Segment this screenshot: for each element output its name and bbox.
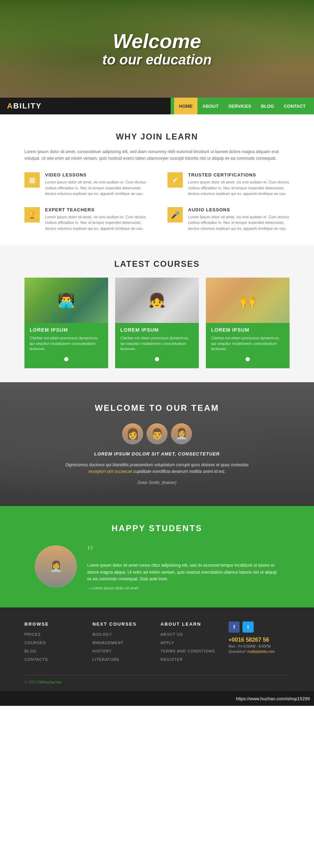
course-dot-3 [246,357,250,361]
why-title: WHY JOIN LEARN [24,132,290,142]
nav-home[interactable]: HOME [174,98,197,114]
course-image-3: 🙌 [206,278,290,323]
footer-about-learn: ABOUT LEARN ABOUT US APPLY TERMS AND CON… [160,621,222,664]
course-literature[interactable]: LITERATURE [92,657,120,662]
cert-icon: ✔ [167,172,183,188]
list-item: BLOG [24,648,85,654]
footer-browse-title: BROWSE [24,621,85,627]
footer: BROWSE PRICES COURSES BLOG CONTACTS NEXT… [0,607,314,691]
copyright-brand: CW/HuzhanYao [37,680,61,684]
feature-teachers: 🏆 EXPERT TEACHERS Lorem ipsum dolor sit … [24,207,147,232]
list-item: BIOLOGY [92,631,154,637]
footer-contact: f t +0016 58267 56 Mon - Fri 8:00AM - 8:… [229,621,290,664]
browse-prices[interactable]: PRICES [24,632,41,636]
video-icon: ▦ [24,172,40,188]
list-item: APPLY [160,639,222,646]
about-us[interactable]: ABOUT US [160,632,183,636]
quote-mark-icon: " [87,545,279,559]
footer-next-courses-links: BIOLOGY MANAGEMENT HISTORY LITERATURE [92,631,154,662]
footer-social: f t [229,621,290,633]
list-item: REGISTER [160,656,222,662]
browse-blog[interactable]: BLOG [24,649,37,653]
team-trainer: Dolor Smith, (trainer) [24,480,290,485]
hero-text: Welcome to our education [102,30,211,68]
feature-audio-title: AUDIO LESSONS [188,207,290,212]
feature-teachers-title: EXPERT TEACHERS [45,207,147,212]
list-item: HISTORY [92,648,154,654]
course-text-2: Claritas est etiam processus dynamicus, … [120,335,194,352]
feature-audio-content: AUDIO LESSONS Lorem ipsum dolor sit amet… [188,207,290,232]
team-quote-text: Dignissimos ducimus qui blanditiis praes… [61,462,253,475]
course-card-3: 🙌 LOREM IPSUM Claritas est etiam process… [206,278,290,368]
navbar-brand: AABILITYBILITY [0,98,49,114]
feature-cert: ✔ TRUSTED CERTIFICATIONS Lorem ipsum dol… [167,172,290,197]
footer-question: Questions? mail[at]ability.com [229,650,290,654]
about-terms[interactable]: TERMS AND CONDITIONS [160,649,215,653]
course-biology[interactable]: BIOLOGY [92,632,112,636]
hero-section: Welcome to our education [0,0,314,98]
footer-browse-links: PRICES COURSES BLOG CONTACTS [24,631,85,662]
feature-teachers-content: EXPERT TEACHERS Lorem ipsum dolor sit am… [45,207,147,232]
list-item: MANAGEMENT [92,639,154,646]
avatar-figure-2: 👨 [147,423,167,444]
footer-hours: Mon - Fri 8:00AM - 8:00PM [229,644,290,648]
course-management[interactable]: MANAGEMENT [92,641,124,645]
avatar-figure-1: 👩 [122,423,143,444]
browse-courses[interactable]: COURSES [24,641,46,645]
navbar-links: HOME ABOUT SERVICES BLOG CONTACT [171,98,314,114]
testimonial-avatar-figure: 👩‍💼 [35,545,77,587]
course-body-2: LOREM IPSUM Claritas est etiam processus… [115,323,199,368]
list-item: LITERATURE [92,656,154,662]
why-section: WHY JOIN LEARN Lorem ipsum dolor sit ame… [0,114,314,245]
feature-video-content: VIDEO LESSONS Lorem ipsum dolor sit amet… [45,172,147,197]
nav-services[interactable]: SERVICES [223,98,256,114]
question-label: Questions? [229,650,246,654]
twitter-button[interactable]: t [242,621,254,633]
about-register[interactable]: REGISTER [160,657,183,662]
nav-blog[interactable]: BLOG [256,98,279,114]
brand-name: AABILITYBILITY [7,101,42,111]
nav-contact[interactable]: CONTACT [279,98,311,114]
list-item: TERMS AND CONDITIONS [160,648,222,654]
footer-browse: BROWSE PRICES COURSES BLOG CONTACTS [24,621,85,664]
teachers-icon: 🏆 [24,207,40,222]
courses-title: LATEST COURSES [24,259,290,269]
feature-cert-text: Lorem ipsum dolor sit amet, vix erst aud… [188,179,290,197]
footer-about-learn-title: ABOUT LEARN [160,621,222,627]
feature-audio-text: Lorem ipsum dolor sit amet, vix erst aud… [188,214,290,232]
course-body-3: LOREM IPSUM Claritas est etiam processus… [206,323,290,368]
team-section: WELCOME TO OUR TEAM 👩 👨 👩‍💼 LOREM IPSUM … [0,382,314,506]
feature-cert-title: TRUSTED CERTIFICATIONS [188,172,290,178]
about-apply[interactable]: APPLY [160,641,174,645]
testimonial-avatar: 👩‍💼 [35,545,77,587]
testimonial: 👩‍💼 " Lorem ipsum dolor sit amet conse c… [35,545,279,590]
why-intro: Lorem ipsum dolor sit amet, consectetuer… [24,149,290,162]
course-card-2: 👧 LOREM IPSUM Claritas est etiam process… [115,278,199,368]
hero-title-line1: Welcome [102,30,211,52]
facebook-button[interactable]: f [229,621,240,633]
list-item: CONTACTS [24,656,85,662]
team-quote-title: LOREM IPSUM DOLOR SIT AMET, CONSECTETUER [24,451,290,456]
footer-bottom: © 2022 CW/HuzhanYao [24,675,290,684]
feature-video-title: VIDEO LESSONS [45,172,147,178]
list-item: PRICES [24,631,85,637]
courses-grid: 👨‍💻 LOREM IPSUM Claritas est etiam proce… [24,278,290,368]
browse-contacts[interactable]: CONTACTS [24,657,48,662]
features-grid: ▦ VIDEO LESSONS Lorem ipsum dolor sit am… [24,172,290,231]
watermark-link[interactable]: https://www.huzhan.com/ishop15299 [236,696,310,701]
course-history[interactable]: HISTORY [92,649,112,653]
course-body-1: LOREM IPSUM Claritas est etiam processus… [24,323,108,368]
feature-audio: 🎤 AUDIO LESSONS Lorem ipsum dolor sit am… [167,207,290,232]
testimonial-text: Lorem ipsum dolor sit amet conse clitur … [87,562,279,582]
watermark: https://www.huzhan.com/ishop15299 [0,691,314,706]
course-image-1: 👨‍💻 [24,278,108,323]
footer-grid: BROWSE PRICES COURSES BLOG CONTACTS NEXT… [24,621,290,664]
nav-about[interactable]: ABOUT [197,98,223,114]
copyright-text: © 2022 CW/HuzhanYao [24,680,61,684]
course-figure-3: 🙌 [206,278,290,323]
contact-email[interactable]: mail[at]ability.com [247,650,275,654]
avatar-figure-3: 👩‍💼 [171,423,192,444]
course-title-1: LOREM IPSUM [30,327,103,333]
brand-highlight: A [7,101,13,110]
hero-title-line2: to our education [102,52,211,68]
